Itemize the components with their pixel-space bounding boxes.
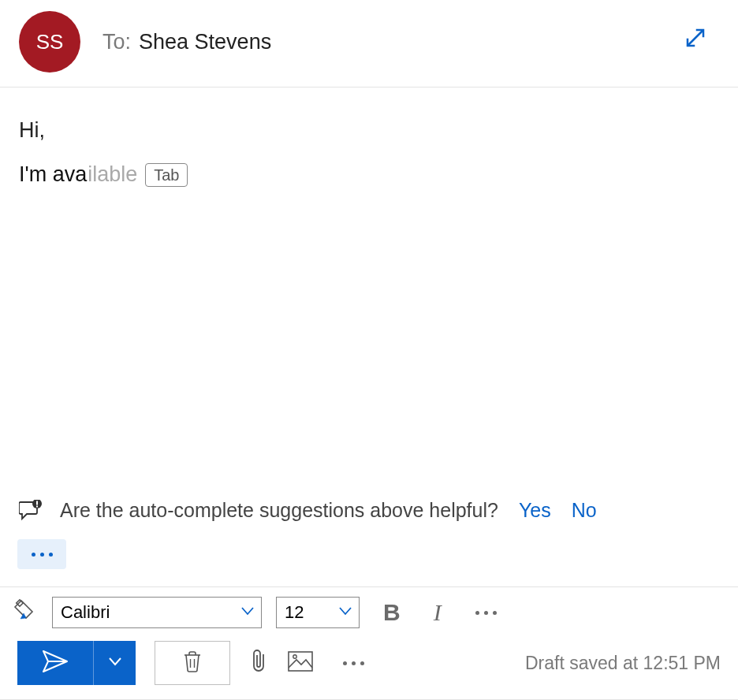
feedback-yes-link[interactable]: Yes: [519, 499, 551, 522]
to-field[interactable]: To: Shea Stevens: [102, 30, 271, 54]
message-body[interactable]: Hi, I'm available Tab: [0, 88, 738, 493]
font-size-control: [276, 597, 360, 628]
expand-compose-button[interactable]: [680, 24, 711, 55]
italic-button[interactable]: I: [424, 599, 451, 626]
insert-picture-button[interactable]: [287, 650, 314, 676]
draft-status-text: Draft saved at 12:51 PM: [525, 653, 721, 674]
svg-point-9: [293, 655, 296, 658]
autocomplete-suggestion: ilable: [88, 160, 137, 190]
font-name-input[interactable]: [52, 597, 233, 628]
svg-rect-1: [36, 501, 38, 505]
ellipsis-dot-icon: [484, 611, 488, 615]
font-size-input[interactable]: [276, 597, 331, 628]
body-line-greeting: Hi,: [19, 116, 719, 146]
avatar: SS: [19, 11, 80, 73]
font-name-control: [52, 597, 262, 628]
discard-button[interactable]: [155, 641, 230, 685]
send-button[interactable]: [17, 641, 93, 685]
send-options-button[interactable]: [93, 641, 136, 685]
body-line-compose: I'm available Tab: [19, 160, 719, 190]
expand-icon: [683, 25, 708, 54]
ellipsis-dot-icon: [40, 553, 44, 557]
more-format-options-button[interactable]: [465, 611, 507, 615]
font-size-dropdown-button[interactable]: [331, 597, 360, 628]
ellipsis-dot-icon: [352, 661, 356, 665]
chevron-down-icon: [338, 604, 352, 621]
chevron-down-icon: [108, 654, 122, 672]
format-painter-icon: [13, 598, 38, 627]
ellipsis-dot-icon: [360, 661, 364, 665]
chevron-down-icon: [240, 604, 255, 621]
feedback-no-link[interactable]: No: [572, 499, 597, 522]
ellipsis-dot-icon: [493, 611, 497, 615]
attach-button[interactable]: [249, 648, 268, 678]
toolbar-container: B I: [0, 586, 738, 699]
send-split-button: [17, 641, 136, 685]
typed-text: I'm ava: [19, 160, 87, 190]
autocomplete-feedback-bar: Are the auto-complete suggestions above …: [0, 499, 738, 522]
ellipsis-dot-icon: [475, 611, 479, 615]
format-toolbar: B I: [0, 587, 738, 633]
picture-icon: [287, 650, 314, 676]
trash-icon: [182, 650, 203, 676]
svg-rect-8: [289, 652, 312, 671]
action-bar: Draft saved at 12:51 PM: [0, 633, 738, 699]
ellipsis-dot-icon: [32, 553, 35, 557]
ellipsis-dot-icon: [343, 661, 347, 665]
bold-button[interactable]: B: [374, 599, 410, 626]
feedback-icon: [19, 500, 43, 522]
format-painter-button[interactable]: [13, 598, 38, 627]
compose-pane: SS To: Shea Stevens Hi, I'm available Ta…: [0, 0, 738, 700]
font-name-dropdown-button[interactable]: [233, 597, 262, 628]
avatar-initials: SS: [36, 30, 64, 54]
ellipsis-dot-icon: [49, 553, 53, 557]
compose-header: SS To: Shea Stevens: [0, 0, 738, 88]
send-icon: [42, 650, 69, 676]
recipient-name: Shea Stevens: [139, 30, 271, 54]
more-actions-button[interactable]: [333, 661, 375, 665]
svg-rect-2: [36, 505, 38, 507]
feedback-question: Are the auto-complete suggestions above …: [60, 499, 498, 522]
tab-key-hint[interactable]: Tab: [145, 163, 188, 187]
to-label: To:: [102, 30, 131, 54]
message-options-button[interactable]: [17, 539, 66, 569]
paperclip-icon: [249, 648, 268, 678]
